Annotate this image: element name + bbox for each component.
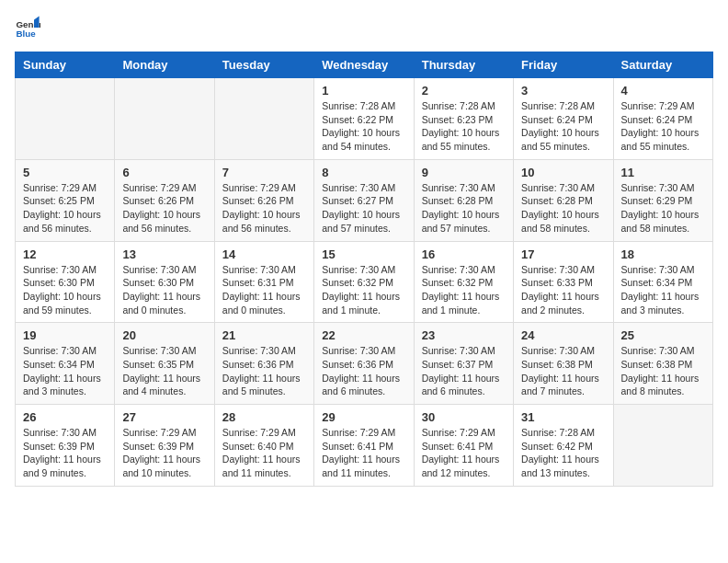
calendar-cell: 18Sunrise: 7:30 AM Sunset: 6:34 PM Dayli… [613,241,712,323]
calendar-cell: 11Sunrise: 7:30 AM Sunset: 6:29 PM Dayli… [613,159,712,241]
day-number: 31 [521,410,605,424]
day-info: Sunrise: 7:29 AM Sunset: 6:40 PM Dayligh… [222,426,306,480]
calendar-cell: 8Sunrise: 7:30 AM Sunset: 6:27 PM Daylig… [314,159,414,241]
calendar-cell: 3Sunrise: 7:28 AM Sunset: 6:24 PM Daylig… [514,78,613,160]
day-info: Sunrise: 7:28 AM Sunset: 6:42 PM Dayligh… [521,426,605,480]
day-info: Sunrise: 7:30 AM Sunset: 6:35 PM Dayligh… [122,344,206,398]
day-info: Sunrise: 7:30 AM Sunset: 6:32 PM Dayligh… [322,263,405,317]
calendar-cell: 19Sunrise: 7:30 AM Sunset: 6:34 PM Dayli… [16,323,115,405]
calendar-cell: 16Sunrise: 7:30 AM Sunset: 6:32 PM Dayli… [414,241,513,323]
calendar-cell: 14Sunrise: 7:30 AM Sunset: 6:31 PM Dayli… [214,241,313,323]
calendar-week-1: 1Sunrise: 7:28 AM Sunset: 6:22 PM Daylig… [16,78,713,160]
day-info: Sunrise: 7:30 AM Sunset: 6:34 PM Dayligh… [23,344,107,398]
calendar-cell: 17Sunrise: 7:30 AM Sunset: 6:33 PM Dayli… [514,241,613,323]
day-info: Sunrise: 7:30 AM Sunset: 6:37 PM Dayligh… [422,344,506,398]
calendar-cell: 23Sunrise: 7:30 AM Sunset: 6:37 PM Dayli… [414,323,513,405]
day-info: Sunrise: 7:28 AM Sunset: 6:23 PM Dayligh… [422,99,506,154]
day-number: 27 [122,410,206,424]
calendar-week-2: 5Sunrise: 7:29 AM Sunset: 6:25 PM Daylig… [16,159,713,241]
day-number: 24 [521,328,605,342]
day-info: Sunrise: 7:30 AM Sunset: 6:33 PM Dayligh… [521,263,605,317]
day-number: 18 [621,247,705,261]
day-info: Sunrise: 7:29 AM Sunset: 6:41 PM Dayligh… [322,426,405,480]
day-number: 21 [222,328,306,342]
day-number: 20 [122,328,206,342]
day-info: Sunrise: 7:30 AM Sunset: 6:39 PM Dayligh… [23,426,107,480]
logo: General Blue [15,15,40,40]
day-info: Sunrise: 7:30 AM Sunset: 6:38 PM Dayligh… [621,344,705,398]
day-number: 1 [322,84,405,98]
day-header-wednesday: Wednesday [314,52,414,78]
calendar-cell [115,78,214,160]
day-header-tuesday: Tuesday [214,52,313,78]
day-number: 28 [222,410,306,424]
calendar-week-3: 12Sunrise: 7:30 AM Sunset: 6:30 PM Dayli… [16,241,713,323]
calendar-cell: 20Sunrise: 7:30 AM Sunset: 6:35 PM Dayli… [115,323,214,405]
day-info: Sunrise: 7:29 AM Sunset: 6:39 PM Dayligh… [122,426,206,480]
calendar-cell: 7Sunrise: 7:29 AM Sunset: 6:26 PM Daylig… [214,159,313,241]
calendar-cell: 5Sunrise: 7:29 AM Sunset: 6:25 PM Daylig… [16,159,115,241]
calendar-cell: 15Sunrise: 7:30 AM Sunset: 6:32 PM Dayli… [314,241,414,323]
day-number: 15 [322,247,405,261]
calendar-cell: 29Sunrise: 7:29 AM Sunset: 6:41 PM Dayli… [314,405,414,487]
day-info: Sunrise: 7:30 AM Sunset: 6:36 PM Dayligh… [222,344,306,398]
calendar-table: SundayMondayTuesdayWednesdayThursdayFrid… [15,52,713,487]
day-info: Sunrise: 7:29 AM Sunset: 6:26 PM Dayligh… [222,181,306,236]
day-number: 9 [422,166,506,179]
day-info: Sunrise: 7:30 AM Sunset: 6:30 PM Dayligh… [23,263,107,317]
day-info: Sunrise: 7:30 AM Sunset: 6:31 PM Dayligh… [222,263,306,317]
day-number: 11 [621,166,705,179]
day-number: 14 [222,247,306,261]
logo-icon: General Blue [15,15,40,40]
day-number: 19 [23,328,107,342]
day-info: Sunrise: 7:28 AM Sunset: 6:24 PM Dayligh… [521,99,605,154]
calendar-cell: 10Sunrise: 7:30 AM Sunset: 6:28 PM Dayli… [514,159,613,241]
calendar-cell: 21Sunrise: 7:30 AM Sunset: 6:36 PM Dayli… [214,323,313,405]
day-info: Sunrise: 7:29 AM Sunset: 6:24 PM Dayligh… [621,99,705,154]
day-info: Sunrise: 7:30 AM Sunset: 6:36 PM Dayligh… [322,344,405,398]
calendar-cell [16,78,115,160]
calendar-cell [613,405,712,487]
day-number: 8 [322,166,405,179]
day-info: Sunrise: 7:30 AM Sunset: 6:29 PM Dayligh… [621,181,705,236]
calendar-cell: 9Sunrise: 7:30 AM Sunset: 6:28 PM Daylig… [414,159,513,241]
calendar-cell: 4Sunrise: 7:29 AM Sunset: 6:24 PM Daylig… [613,78,712,160]
day-info: Sunrise: 7:30 AM Sunset: 6:28 PM Dayligh… [521,181,605,236]
day-info: Sunrise: 7:29 AM Sunset: 6:41 PM Dayligh… [422,426,506,480]
calendar-cell: 26Sunrise: 7:30 AM Sunset: 6:39 PM Dayli… [16,405,115,487]
day-info: Sunrise: 7:30 AM Sunset: 6:38 PM Dayligh… [521,344,605,398]
day-number: 23 [422,328,506,342]
calendar-cell [214,78,313,160]
day-number: 10 [521,166,605,179]
day-info: Sunrise: 7:29 AM Sunset: 6:26 PM Dayligh… [122,181,206,236]
svg-marker-2 [34,16,40,28]
day-number: 30 [422,410,506,424]
day-info: Sunrise: 7:29 AM Sunset: 6:25 PM Dayligh… [23,181,107,236]
page-header: General Blue [15,15,713,40]
calendar-cell: 1Sunrise: 7:28 AM Sunset: 6:22 PM Daylig… [314,78,414,160]
day-number: 16 [422,247,506,261]
calendar-cell: 22Sunrise: 7:30 AM Sunset: 6:36 PM Dayli… [314,323,414,405]
calendar-cell: 25Sunrise: 7:30 AM Sunset: 6:38 PM Dayli… [613,323,712,405]
calendar-cell: 27Sunrise: 7:29 AM Sunset: 6:39 PM Dayli… [115,405,214,487]
day-number: 3 [521,84,605,98]
day-number: 7 [222,166,306,179]
calendar-cell: 13Sunrise: 7:30 AM Sunset: 6:30 PM Dayli… [115,241,214,323]
calendar-header-row: SundayMondayTuesdayWednesdayThursdayFrid… [16,52,713,78]
day-info: Sunrise: 7:30 AM Sunset: 6:27 PM Dayligh… [322,181,405,236]
day-number: 26 [23,410,107,424]
day-number: 4 [621,84,705,98]
day-info: Sunrise: 7:30 AM Sunset: 6:32 PM Dayligh… [422,263,506,317]
calendar-cell: 24Sunrise: 7:30 AM Sunset: 6:38 PM Dayli… [514,323,613,405]
day-info: Sunrise: 7:30 AM Sunset: 6:30 PM Dayligh… [122,263,206,317]
calendar-week-5: 26Sunrise: 7:30 AM Sunset: 6:39 PM Dayli… [16,405,713,487]
day-number: 29 [322,410,405,424]
calendar-week-4: 19Sunrise: 7:30 AM Sunset: 6:34 PM Dayli… [16,323,713,405]
calendar-cell: 30Sunrise: 7:29 AM Sunset: 6:41 PM Dayli… [414,405,513,487]
svg-text:Blue: Blue [16,29,36,39]
day-number: 12 [23,247,107,261]
day-number: 6 [122,166,206,179]
day-info: Sunrise: 7:30 AM Sunset: 6:28 PM Dayligh… [422,181,506,236]
day-number: 2 [422,84,506,98]
day-info: Sunrise: 7:28 AM Sunset: 6:22 PM Dayligh… [322,99,405,154]
